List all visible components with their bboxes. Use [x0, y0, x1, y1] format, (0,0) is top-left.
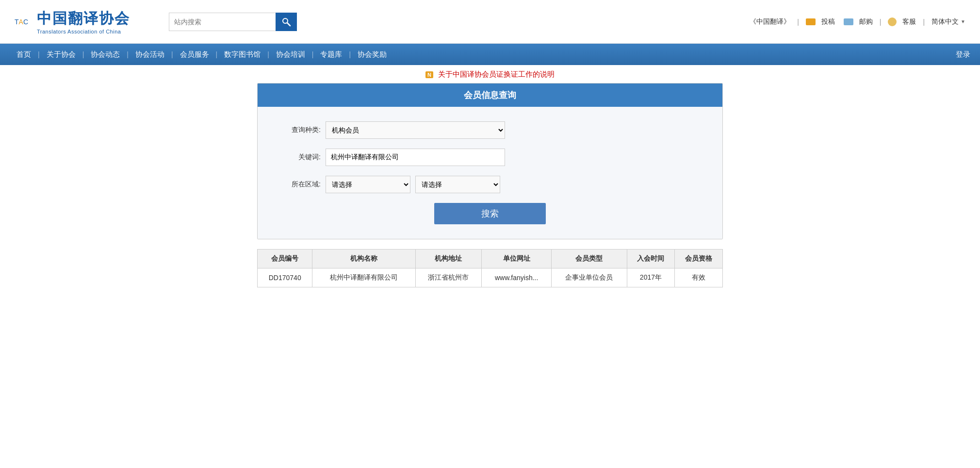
logo-area: TAC 中国翻译协会 Translators Association of Ch…: [15, 9, 130, 34]
shop-link[interactable]: 邮购: [859, 17, 873, 26]
results-table-body: DD170740 杭州中译翻译有限公司 浙江省杭州市 www.fanyish..…: [258, 268, 723, 287]
nav-items: 首页 | 关于协会 | 协会动态 | 协会活动 | 会员服务 | 数字图书馆 |…: [10, 44, 393, 65]
search-submit-row: 搜索: [277, 203, 703, 224]
submit-icon: [806, 18, 816, 25]
announcement-bar: N 关于中国译协会员证换证工作的说明: [165, 65, 815, 83]
journal-link[interactable]: 《中国翻译》: [750, 17, 790, 26]
col-member-id: 会员编号: [258, 250, 312, 268]
nav-item-news[interactable]: 协会动态: [84, 44, 127, 65]
keyword-label: 关键词:: [277, 153, 321, 162]
navigation-bar: 首页 | 关于协会 | 协会动态 | 协会活动 | 会员服务 | 数字图书馆 |…: [0, 44, 980, 65]
form-row-type: 查询种类: 机构会员 个人会员: [277, 121, 703, 139]
shop-icon: [844, 18, 853, 25]
nav-item-activities[interactable]: 协会活动: [129, 44, 171, 65]
announcement-link[interactable]: 关于中国译协会员证换证工作的说明: [438, 70, 555, 78]
logo-chinese-name: 中国翻译协会: [37, 9, 130, 29]
logo-letter-c: C: [23, 18, 28, 25]
cell-member-type: 企事业单位会员: [552, 268, 627, 287]
cell-website: www.fanyish...: [482, 268, 552, 287]
results-table: 会员编号 机构名称 机构地址 单位网址 会员类型 入会时间 会员资格 DD170…: [257, 249, 723, 287]
cell-org-name: 杭州中译翻译有限公司: [312, 268, 415, 287]
search-input[interactable]: [169, 13, 276, 31]
keyword-input[interactable]: [326, 149, 505, 166]
divider-2: |: [880, 18, 882, 26]
col-join-time: 入会时间: [627, 250, 675, 268]
logo-letter-t: T: [15, 18, 19, 25]
login-link[interactable]: 登录: [956, 50, 970, 59]
logo-english-name: Translators Association of China: [37, 29, 130, 34]
region-selects: 请选择 请选择: [326, 176, 500, 193]
logo-tac: TAC: [15, 18, 28, 25]
results-table-head: 会员编号 机构名称 机构地址 单位网址 会员类型 入会时间 会员资格: [258, 250, 723, 268]
col-org-name: 机构名称: [312, 250, 415, 268]
lang-arrow-icon: ▼: [961, 19, 965, 24]
cell-qualification: 有效: [675, 268, 723, 287]
form-row-region: 所在区域: 请选择 请选择: [277, 176, 703, 193]
search-button[interactable]: [276, 13, 297, 31]
submit-link[interactable]: 投稿: [821, 17, 835, 26]
col-website: 单位网址: [482, 250, 552, 268]
logo-letter-a: A: [19, 18, 23, 25]
svg-line-1: [287, 23, 290, 26]
query-section: 会员信息查询 查询种类: 机构会员 个人会员 关键词: 所在区域:: [257, 83, 723, 239]
region-label: 所在区域:: [277, 180, 321, 189]
col-address: 机构地址: [415, 250, 482, 268]
nav-item-awards[interactable]: 协会奖励: [351, 44, 393, 65]
query-body: 查询种类: 机构会员 个人会员 关键词: 所在区域: 请选择: [258, 107, 722, 239]
service-icon: [888, 17, 897, 26]
region-city-select[interactable]: 请选择: [415, 176, 500, 193]
logo-org-name: 中国翻译协会 Translators Association of China: [37, 9, 130, 34]
nav-item-training[interactable]: 协会培训: [269, 44, 312, 65]
col-qualification: 会员资格: [675, 250, 723, 268]
announcement-badge: N: [425, 71, 433, 78]
query-header: 会员信息查询: [258, 84, 722, 107]
divider-1: |: [797, 18, 799, 26]
top-right-area: 《中国翻译》 | 投稿 邮购 | 客服 | 简体中文 ▼: [750, 17, 965, 26]
nav-item-library[interactable]: 数字图书馆: [217, 44, 267, 65]
col-member-type: 会员类型: [552, 250, 627, 268]
cell-address: 浙江省杭州市: [415, 268, 482, 287]
search-icon: [281, 17, 291, 27]
type-select[interactable]: 机构会员 个人会员: [326, 121, 505, 139]
header: TAC 中国翻译协会 Translators Association of Ch…: [0, 0, 980, 44]
divider-3: |: [923, 18, 925, 26]
cell-member-id: DD170740: [258, 268, 312, 287]
lang-label: 简体中文: [931, 17, 959, 26]
content-wrapper: N 关于中国译协会员证换证工作的说明 会员信息查询 查询种类: 机构会员 个人会…: [150, 65, 830, 287]
table-row: DD170740 杭州中译翻译有限公司 浙江省杭州市 www.fanyish..…: [258, 268, 723, 287]
type-label: 查询种类:: [277, 126, 321, 134]
language-selector[interactable]: 简体中文 ▼: [931, 17, 965, 26]
nav-item-home[interactable]: 首页: [10, 44, 38, 65]
search-area: [169, 13, 297, 31]
results-header-row: 会员编号 机构名称 机构地址 单位网址 会员类型 入会时间 会员资格: [258, 250, 723, 268]
nav-item-member-service[interactable]: 会员服务: [173, 44, 216, 65]
form-row-keyword: 关键词:: [277, 149, 703, 166]
search-submit-button[interactable]: 搜索: [434, 203, 546, 224]
cell-join-year: 2017年: [627, 268, 675, 287]
nav-item-about[interactable]: 关于协会: [40, 44, 82, 65]
nav-item-topics[interactable]: 专题库: [313, 44, 349, 65]
region-province-select[interactable]: 请选择: [326, 176, 410, 193]
results-section: 会员编号 机构名称 机构地址 单位网址 会员类型 入会时间 会员资格 DD170…: [257, 249, 723, 287]
service-link[interactable]: 客服: [902, 17, 916, 26]
